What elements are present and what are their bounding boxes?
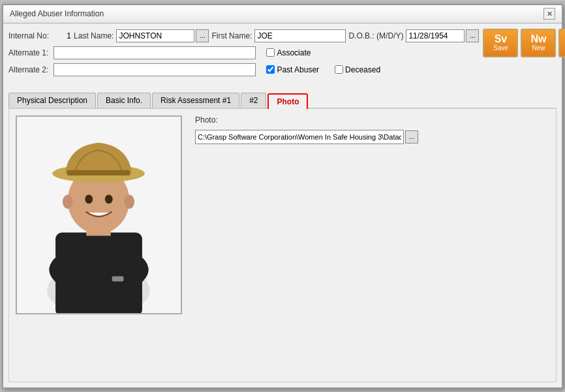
save-icon: Sv — [495, 34, 508, 44]
alternate1-row: Alternate 1: Associate — [8, 46, 479, 60]
dob-input[interactable] — [406, 29, 465, 42]
photo-frame — [16, 115, 182, 314]
svg-point-9 — [85, 194, 93, 204]
form-area: Internal No: 1 Last Name: ... First Name… — [8, 29, 479, 89]
action-btn-row: Sv Save Nw New Dl Delete Pr Print — [483, 29, 565, 57]
last-name-input[interactable] — [116, 29, 194, 42]
save-label: Save — [493, 44, 508, 52]
photo-path-input[interactable] — [195, 130, 404, 144]
tabs-row: Physical Description Basic Info. Risk As… — [8, 93, 557, 109]
alternate1-label: Alternate 1: — [8, 48, 48, 57]
photo-tab-content: Photo: ... — [8, 109, 557, 382]
first-name-label: First Name: — [211, 31, 252, 40]
past-abuser-label: Past Abuser — [277, 65, 319, 74]
first-name-input[interactable] — [254, 29, 346, 42]
title-bar: Alleged Abuser Information ✕ — [3, 5, 562, 23]
tab-basic-info[interactable]: Basic Info. — [97, 93, 151, 108]
new-label: New — [532, 44, 545, 52]
delete-button[interactable]: Dl Delete — [558, 29, 565, 57]
photo-browse-button[interactable]: ... — [405, 130, 418, 143]
dob-group: ... — [406, 29, 479, 42]
new-button[interactable]: Nw New — [521, 29, 556, 57]
new-icon: Nw — [530, 34, 546, 44]
internal-no-value: 1 — [52, 31, 71, 40]
last-name-group: ... — [116, 29, 209, 42]
associate-label: Associate — [277, 48, 311, 57]
close-button[interactable]: ✕ — [543, 8, 555, 20]
toolbar-buttons: Sv Save Nw New Dl Delete Pr Print — [483, 29, 565, 89]
main-fields-row: Internal No: 1 Last Name: ... First Name… — [8, 29, 479, 43]
dob-browse[interactable]: ... — [466, 29, 479, 42]
alternate1-input[interactable] — [53, 46, 256, 59]
tab-risk-2[interactable]: #2 — [241, 93, 266, 108]
alternate2-label: Alternate 2: — [8, 65, 48, 74]
svg-point-10 — [105, 194, 113, 204]
svg-rect-13 — [112, 276, 124, 281]
person-photo — [17, 117, 181, 313]
window-title: Alleged Abuser Information — [10, 9, 104, 18]
deceased-checkbox-label[interactable]: Deceased — [335, 65, 380, 74]
top-area: Internal No: 1 Last Name: ... First Name… — [8, 29, 557, 89]
associate-checkbox[interactable] — [266, 48, 275, 57]
photo-path-row: ... — [195, 130, 418, 144]
internal-no-label: Internal No: — [8, 31, 49, 40]
tab-photo[interactable]: Photo — [267, 93, 308, 109]
tab-physical-description[interactable]: Physical Description — [8, 93, 96, 108]
window-content: Internal No: 1 Last Name: ... First Name… — [3, 23, 562, 387]
first-name-group — [254, 29, 346, 42]
svg-point-11 — [63, 194, 73, 209]
main-window: Alleged Abuser Information ✕ Internal No… — [2, 4, 563, 389]
save-button[interactable]: Sv Save — [483, 29, 518, 57]
associate-checkbox-label[interactable]: Associate — [266, 48, 311, 57]
tab-risk-assessment-1[interactable]: Risk Assessment #1 — [152, 93, 239, 108]
photo-info-area: Photo: ... — [195, 115, 418, 375]
deceased-label: Deceased — [345, 65, 380, 74]
last-name-browse[interactable]: ... — [196, 29, 209, 42]
dob-label: D.O.B.: (M/D/Y) — [348, 31, 403, 40]
svg-point-12 — [124, 194, 134, 209]
svg-rect-8 — [67, 170, 130, 175]
photo-field-label: Photo: — [195, 115, 418, 125]
last-name-label: Last Name: — [74, 31, 114, 40]
alternate2-input[interactable] — [53, 63, 256, 76]
alternate2-row: Alternate 2: Past Abuser Deceased — [8, 63, 479, 77]
past-abuser-checkbox[interactable] — [266, 65, 275, 74]
deceased-checkbox[interactable] — [335, 65, 343, 74]
past-abuser-checkbox-label[interactable]: Past Abuser — [266, 65, 319, 74]
